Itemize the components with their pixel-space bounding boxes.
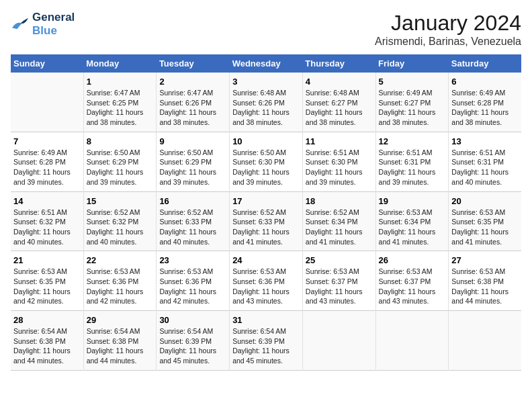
day-number: 2 [159, 77, 226, 87]
day-info: Sunrise: 6:49 AM Sunset: 6:28 PM Dayligh… [13, 148, 81, 187]
day-info: Sunrise: 6:54 AM Sunset: 6:39 PM Dayligh… [232, 326, 300, 366]
day-number: 29 [87, 315, 154, 325]
day-info: Sunrise: 6:54 AM Sunset: 6:38 PM Dayligh… [87, 326, 154, 366]
logo-text: General Blue [32, 11, 75, 38]
day-number: 1 [87, 77, 154, 87]
day-number: 23 [159, 255, 226, 265]
day-number: 30 [159, 315, 226, 325]
calendar-cell: 8Sunrise: 6:50 AM Sunset: 6:29 PM Daylig… [83, 132, 157, 191]
day-number: 11 [306, 136, 373, 146]
col-header-wednesday: Wednesday [230, 54, 303, 73]
day-info: Sunrise: 6:52 AM Sunset: 6:33 PM Dayligh… [232, 208, 300, 247]
calendar-cell: 20Sunrise: 6:53 AM Sunset: 6:35 PM Dayli… [449, 191, 521, 251]
day-number: 17 [232, 196, 300, 206]
day-number: 3 [232, 77, 300, 87]
day-info: Sunrise: 6:53 AM Sunset: 6:35 PM Dayligh… [451, 208, 519, 247]
day-info: Sunrise: 6:51 AM Sunset: 6:31 PM Dayligh… [379, 148, 446, 187]
day-info: Sunrise: 6:50 AM Sunset: 6:29 PM Dayligh… [159, 148, 226, 187]
week-row-2: 7Sunrise: 6:49 AM Sunset: 6:28 PM Daylig… [11, 132, 521, 191]
calendar-cell: 4Sunrise: 6:48 AM Sunset: 6:27 PM Daylig… [302, 73, 375, 132]
calendar-cell: 7Sunrise: 6:49 AM Sunset: 6:28 PM Daylig… [11, 132, 83, 191]
calendar-cell: 5Sunrise: 6:49 AM Sunset: 6:27 PM Daylig… [375, 73, 449, 132]
calendar-cell: 16Sunrise: 6:52 AM Sunset: 6:33 PM Dayli… [157, 191, 230, 251]
day-number: 14 [13, 196, 81, 206]
calendar-cell: 26Sunrise: 6:53 AM Sunset: 6:37 PM Dayli… [375, 251, 449, 311]
day-number: 7 [13, 136, 81, 146]
day-number: 22 [87, 255, 154, 265]
day-info: Sunrise: 6:53 AM Sunset: 6:36 PM Dayligh… [232, 267, 300, 306]
col-header-friday: Friday [375, 54, 449, 73]
day-info: Sunrise: 6:53 AM Sunset: 6:36 PM Dayligh… [159, 267, 226, 306]
calendar-cell: 29Sunrise: 6:54 AM Sunset: 6:38 PM Dayli… [83, 311, 157, 371]
day-number: 24 [232, 255, 300, 265]
calendar-cell: 27Sunrise: 6:53 AM Sunset: 6:38 PM Dayli… [449, 251, 521, 311]
calendar-cell [375, 311, 449, 371]
main-title: January 2024 [375, 11, 521, 36]
day-info: Sunrise: 6:53 AM Sunset: 6:37 PM Dayligh… [379, 267, 446, 306]
day-info: Sunrise: 6:49 AM Sunset: 6:28 PM Dayligh… [451, 88, 519, 128]
day-info: Sunrise: 6:53 AM Sunset: 6:34 PM Dayligh… [379, 208, 446, 247]
day-number: 31 [232, 315, 300, 325]
calendar-cell [11, 73, 83, 132]
day-number: 20 [451, 196, 519, 206]
day-number: 8 [87, 136, 154, 146]
calendar-cell [302, 311, 375, 371]
calendar-cell: 13Sunrise: 6:51 AM Sunset: 6:31 PM Dayli… [449, 132, 521, 191]
day-number: 16 [159, 196, 226, 206]
day-number: 12 [379, 136, 446, 146]
calendar-cell: 12Sunrise: 6:51 AM Sunset: 6:31 PM Dayli… [375, 132, 449, 191]
calendar-cell: 25Sunrise: 6:53 AM Sunset: 6:37 PM Dayli… [302, 251, 375, 311]
day-number: 27 [451, 255, 519, 265]
calendar-table: SundayMondayTuesdayWednesdayThursdayFrid… [11, 54, 521, 371]
subtitle: Arismendi, Barinas, Venezuela [375, 36, 521, 48]
calendar-cell: 9Sunrise: 6:50 AM Sunset: 6:29 PM Daylig… [157, 132, 230, 191]
col-header-sunday: Sunday [11, 54, 83, 73]
week-row-4: 21Sunrise: 6:53 AM Sunset: 6:35 PM Dayli… [11, 251, 521, 311]
header-row: SundayMondayTuesdayWednesdayThursdayFrid… [11, 54, 521, 73]
logo-bird-icon [11, 17, 30, 32]
col-header-monday: Monday [83, 54, 157, 73]
day-number: 9 [159, 136, 226, 146]
day-info: Sunrise: 6:53 AM Sunset: 6:36 PM Dayligh… [87, 267, 154, 306]
day-number: 5 [379, 77, 446, 87]
week-row-1: 1Sunrise: 6:47 AM Sunset: 6:25 PM Daylig… [11, 73, 521, 132]
day-number: 10 [232, 136, 300, 146]
calendar-cell: 28Sunrise: 6:54 AM Sunset: 6:38 PM Dayli… [11, 311, 83, 371]
calendar-cell: 6Sunrise: 6:49 AM Sunset: 6:28 PM Daylig… [449, 73, 521, 132]
day-number: 28 [13, 315, 81, 325]
day-number: 13 [451, 136, 519, 146]
calendar-cell: 11Sunrise: 6:51 AM Sunset: 6:30 PM Dayli… [302, 132, 375, 191]
calendar-cell: 14Sunrise: 6:51 AM Sunset: 6:32 PM Dayli… [11, 191, 83, 251]
calendar-cell: 31Sunrise: 6:54 AM Sunset: 6:39 PM Dayli… [230, 311, 303, 371]
day-info: Sunrise: 6:53 AM Sunset: 6:38 PM Dayligh… [451, 267, 519, 306]
day-info: Sunrise: 6:48 AM Sunset: 6:26 PM Dayligh… [232, 88, 300, 128]
day-info: Sunrise: 6:48 AM Sunset: 6:27 PM Dayligh… [306, 88, 373, 128]
calendar-cell: 2Sunrise: 6:47 AM Sunset: 6:26 PM Daylig… [157, 73, 230, 132]
calendar-cell: 10Sunrise: 6:50 AM Sunset: 6:30 PM Dayli… [230, 132, 303, 191]
col-header-tuesday: Tuesday [157, 54, 230, 73]
calendar-cell: 30Sunrise: 6:54 AM Sunset: 6:39 PM Dayli… [157, 311, 230, 371]
day-info: Sunrise: 6:52 AM Sunset: 6:34 PM Dayligh… [306, 208, 373, 247]
day-info: Sunrise: 6:51 AM Sunset: 6:30 PM Dayligh… [306, 148, 373, 187]
calendar-cell: 15Sunrise: 6:52 AM Sunset: 6:32 PM Dayli… [83, 191, 157, 251]
day-info: Sunrise: 6:53 AM Sunset: 6:35 PM Dayligh… [13, 267, 81, 306]
calendar-cell: 22Sunrise: 6:53 AM Sunset: 6:36 PM Dayli… [83, 251, 157, 311]
calendar-cell: 23Sunrise: 6:53 AM Sunset: 6:36 PM Dayli… [157, 251, 230, 311]
week-row-5: 28Sunrise: 6:54 AM Sunset: 6:38 PM Dayli… [11, 311, 521, 371]
day-info: Sunrise: 6:47 AM Sunset: 6:25 PM Dayligh… [87, 88, 154, 128]
col-header-thursday: Thursday [302, 54, 375, 73]
calendar-cell: 17Sunrise: 6:52 AM Sunset: 6:33 PM Dayli… [230, 191, 303, 251]
day-number: 25 [306, 255, 373, 265]
calendar-cell: 18Sunrise: 6:52 AM Sunset: 6:34 PM Dayli… [302, 191, 375, 251]
calendar-cell: 1Sunrise: 6:47 AM Sunset: 6:25 PM Daylig… [83, 73, 157, 132]
day-info: Sunrise: 6:51 AM Sunset: 6:31 PM Dayligh… [451, 148, 519, 187]
day-info: Sunrise: 6:47 AM Sunset: 6:26 PM Dayligh… [159, 88, 226, 128]
calendar-cell [449, 311, 521, 371]
day-number: 6 [451, 77, 519, 87]
day-info: Sunrise: 6:54 AM Sunset: 6:38 PM Dayligh… [13, 326, 81, 366]
week-row-3: 14Sunrise: 6:51 AM Sunset: 6:32 PM Dayli… [11, 191, 521, 251]
day-info: Sunrise: 6:52 AM Sunset: 6:33 PM Dayligh… [159, 208, 226, 247]
calendar-cell: 21Sunrise: 6:53 AM Sunset: 6:35 PM Dayli… [11, 251, 83, 311]
calendar-cell: 24Sunrise: 6:53 AM Sunset: 6:36 PM Dayli… [230, 251, 303, 311]
day-info: Sunrise: 6:50 AM Sunset: 6:30 PM Dayligh… [232, 148, 300, 187]
